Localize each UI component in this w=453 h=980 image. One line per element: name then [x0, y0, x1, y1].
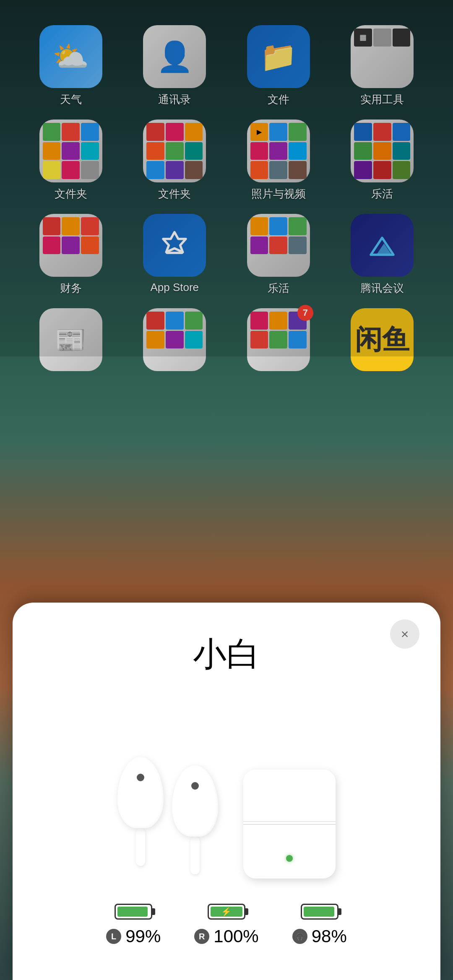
modal-close-button[interactable]: × — [390, 619, 419, 649]
modal-backdrop: × 小白 — [0, 351, 453, 980]
battery-right: ⚡ R 100% — [194, 904, 258, 946]
airpods-illustration — [38, 702, 415, 879]
app-grid-row-2: 文件夹 文件夹 — [23, 120, 430, 201]
battery-left: L 99% — [106, 904, 161, 946]
app-photos-videos[interactable]: ▶ 照片与视频 — [231, 120, 326, 201]
battery-left-label: L 99% — [106, 926, 161, 946]
app-folder2[interactable]: 文件夹 — [127, 120, 223, 201]
app-grid-row-3: 财务 App Store — [23, 214, 430, 296]
battery-right-label: R 100% — [194, 926, 258, 946]
app-grid-row-1: ⛅ 天气 👤 通讯录 📁 文件 ▦ — [23, 25, 430, 107]
case-led — [286, 855, 293, 862]
app-utilities[interactable]: ▦ 实用工具 — [335, 25, 430, 107]
airpods-modal: × 小白 — [13, 603, 440, 980]
modal-title: 小白 — [38, 632, 415, 677]
app-lehuo[interactable]: 乐活 — [335, 120, 430, 201]
battery-case-label: 🎧 98% — [292, 926, 347, 946]
app-lehuo2[interactable]: 乐活 — [231, 214, 326, 296]
app-folder1[interactable]: 文件夹 — [23, 120, 119, 201]
airpods-pair — [117, 757, 218, 879]
app-contacts[interactable]: 👤 通讯录 — [127, 25, 223, 107]
airpods-case — [243, 769, 336, 879]
app-tencent-meeting[interactable]: 腾讯会议 — [335, 214, 430, 296]
app-appstore[interactable]: App Store — [127, 214, 223, 296]
battery-row: L 99% ⚡ R 100% — [38, 904, 415, 946]
app-files[interactable]: 📁 文件 — [231, 25, 326, 107]
app-finance[interactable]: 财务 — [23, 214, 119, 296]
notification-badge: 7 — [297, 305, 313, 321]
battery-case: 🎧 98% — [292, 904, 347, 946]
app-weather[interactable]: ⛅ 天气 — [23, 25, 119, 107]
